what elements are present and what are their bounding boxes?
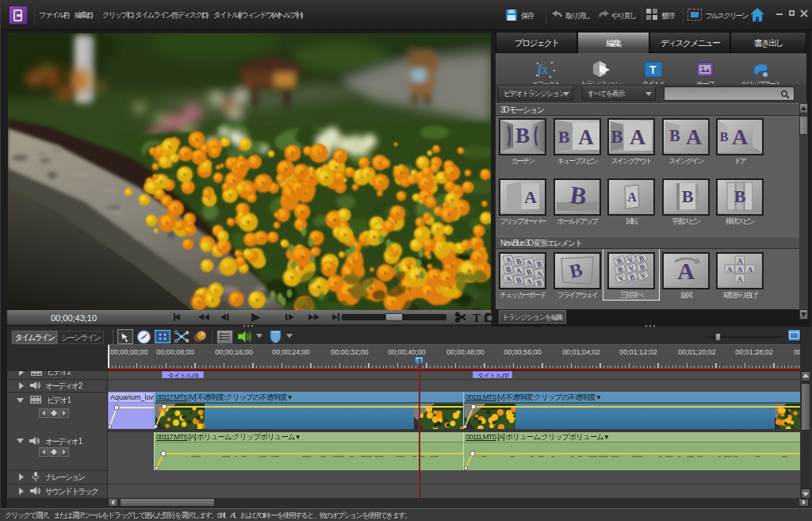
svg-text:A: A [686, 125, 703, 149]
svg-text:A: A [727, 266, 733, 274]
svg-text:A: A [578, 125, 594, 149]
svg-text:B: B [669, 127, 680, 144]
svg-text:B: B [734, 186, 746, 206]
svg-text:B: B [611, 127, 622, 147]
svg-text:A: A [737, 266, 743, 274]
svg-text:B: B [558, 127, 570, 147]
svg-text:A: A [524, 187, 537, 207]
svg-text:A: A [627, 190, 637, 204]
svg-text:A: A [748, 266, 753, 274]
svg-text:A: A [630, 125, 646, 149]
svg-text:T: T [649, 63, 657, 76]
svg-text:A: A [737, 257, 743, 265]
svg-text:A: A [677, 258, 695, 284]
svg-text:fx: fx [538, 63, 548, 77]
svg-text:B: B [682, 186, 694, 206]
svg-text:A: A [732, 125, 749, 149]
svg-text:T: T [473, 312, 481, 324]
svg-text:B: B [720, 130, 729, 144]
svg-text:B: B [515, 124, 530, 147]
svg-text:A: A [737, 275, 743, 283]
